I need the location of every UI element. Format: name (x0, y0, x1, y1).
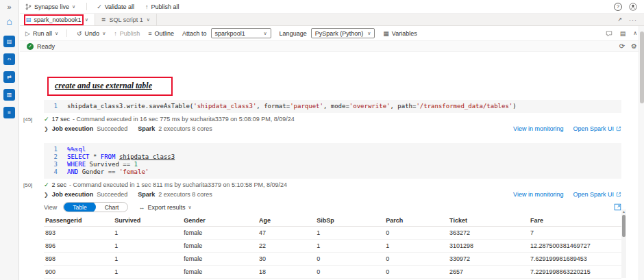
column-header[interactable]: SibSp (315, 215, 384, 227)
code-cell-1[interactable]: 1shipdata_class3.write.saveAsTable('ship… (44, 100, 621, 113)
open-spark-ui-link[interactable]: Open Spark UI (573, 191, 621, 198)
tab-spark-notebook1[interactable]: ▤ spark_notebook1 ∨ (20, 14, 95, 25)
table-cell: 0 (384, 253, 448, 266)
open-spark-ui-link[interactable]: Open Spark UI (573, 125, 621, 132)
expand-chevron-icon[interactable]: ❯ (44, 126, 49, 132)
help-icon[interactable]: ? (614, 3, 622, 11)
export-results-button[interactable]: ↔ Export results ∨ (138, 204, 191, 211)
markdown-cell-title[interactable]: create and use external table (55, 81, 152, 90)
manage-hub-icon[interactable]: ≡ (3, 107, 15, 118)
spark-detail: 2 executors 8 cores (158, 191, 212, 198)
left-nav-rail: » ⌂ ▤ ‹› ⇄ ▥ ≡ (0, 0, 19, 280)
run-all-button[interactable]: ▷ Run all ∨ (25, 30, 58, 37)
divider (86, 3, 87, 10)
column-header[interactable]: Age (258, 215, 315, 227)
view-in-monitoring-link[interactable]: View in monitoring (513, 125, 563, 132)
integrate-hub-icon[interactable]: ⇄ (3, 71, 15, 83)
column-header[interactable]: Parch (384, 215, 448, 227)
column-header[interactable]: Gender (182, 215, 258, 227)
session-refresh-icon[interactable]: ⟳ (619, 42, 625, 50)
spark-label: Spark (138, 125, 155, 132)
window-scrollbar-thumb[interactable] (640, 31, 644, 103)
export-icon: ↔ (138, 204, 145, 211)
publish-all-button[interactable]: ↑ Publish all (145, 3, 179, 10)
chevron-down-icon: ∨ (102, 31, 106, 36)
table-cell: 18 (258, 266, 315, 279)
table-cell: 3101298 (448, 240, 529, 253)
validate-all-button[interactable]: ✓ Validate all (97, 3, 134, 10)
chevron-down-icon: ∨ (72, 4, 75, 10)
attach-to-label: Attach to (182, 30, 207, 37)
publish-button[interactable]: ↑ Publish (114, 30, 140, 37)
session-settings-icon[interactable]: ⚙ (631, 42, 637, 50)
line-number: 1 (48, 103, 58, 110)
variables-button[interactable]: ▦ Variables (383, 30, 417, 37)
code-line[interactable]: 4AND Gender == 'female' (48, 168, 617, 176)
code-line[interactable]: 1shipdata_class3.write.saveAsTable('ship… (48, 103, 617, 110)
comments-icon[interactable] (606, 30, 612, 37)
code-token: , format= (256, 103, 290, 110)
column-header[interactable]: Ticket (448, 215, 529, 227)
data-hub-icon[interactable]: ▤ (3, 36, 15, 47)
expand-results-icon[interactable] (614, 203, 621, 211)
chevron-down-icon: ∨ (263, 31, 267, 36)
view-in-monitoring-link[interactable]: View in monitoring (513, 191, 563, 198)
chart-view-toggle[interactable]: Chart (96, 202, 128, 212)
column-header[interactable]: Passengerid (44, 215, 113, 227)
table-scrollbar-thumb[interactable] (622, 215, 626, 237)
code-token: FROM (101, 153, 116, 160)
scroll-up-arrow-icon[interactable]: ▲ (621, 209, 626, 214)
account-icon[interactable] (629, 3, 637, 11)
job-execution-label: Job execution (52, 125, 94, 132)
table-cell: 7.629199981689453 (529, 253, 621, 266)
attach-to-select[interactable]: sparkpool1 ∨ (211, 28, 271, 38)
code-token: Survived (86, 161, 123, 168)
monitor-hub-icon[interactable]: ▥ (3, 89, 15, 101)
code-line[interactable]: 2SELECT * FROM shipdata_class3 (48, 153, 617, 161)
table-scrollbar[interactable]: ▲ (621, 209, 626, 278)
variables-icon: ▦ (383, 30, 389, 37)
synapse-live-selector[interactable]: Synapse live ∨ (25, 3, 75, 10)
success-check-icon: ✓ (44, 181, 49, 188)
code-line[interactable]: 3WHERE Survived == 1 (48, 161, 617, 168)
collapse-toolbar-icon[interactable]: ∧ (633, 30, 637, 36)
outline-button[interactable]: ≡ Outline (148, 30, 174, 37)
code-token: 'parquet' (290, 103, 323, 110)
language-select[interactable]: PySpark (Python) ∨ (311, 28, 375, 38)
home-icon[interactable]: ⌂ (3, 15, 15, 27)
table-cell: 363272 (448, 227, 529, 240)
top-command-bar: Synapse live ∨ ✓ Validate all ↑ Publish … (20, 0, 644, 14)
window-scrollbar[interactable] (639, 26, 644, 280)
column-header[interactable]: Survived (113, 215, 182, 227)
table-view-toggle[interactable]: Table (64, 202, 95, 212)
column-header[interactable]: Fare (529, 215, 621, 227)
language-label: Language (280, 30, 307, 37)
develop-hub-icon[interactable]: ‹› (3, 53, 15, 65)
more-actions-icon[interactable]: ··· (629, 16, 637, 23)
line-number: 3 (48, 161, 58, 168)
tab-menu-chevron-icon[interactable]: ∨ (85, 17, 88, 23)
undo-button[interactable]: ↺ Undo ∨ (77, 30, 106, 37)
properties-icon[interactable]: ▤ (620, 30, 626, 37)
chevron-down-icon: ∨ (188, 205, 192, 210)
annotation-box-title: create and use external table (47, 77, 173, 96)
sql-script-icon: ≣ (101, 16, 106, 23)
status-message: - Command executed in 16 sec 775 ms by s… (73, 116, 295, 123)
table-row: 8931female47103632727 (44, 227, 621, 240)
main-area: Synapse live ∨ ✓ Validate all ↑ Publish … (20, 0, 644, 280)
code-cell-2[interactable]: 1%%sql2SELECT * FROM shipdata_class33WHE… (44, 143, 621, 179)
expand-sidebar-icon[interactable]: » (0, 0, 18, 15)
table-cell: female (182, 253, 258, 266)
tab-sql-script-1[interactable]: ≣ SQL script 1 ∨ (95, 14, 157, 25)
chevron-down-icon: ∨ (55, 31, 58, 36)
session-status-text: Ready (37, 43, 55, 50)
code-line[interactable]: 1%%sql (48, 146, 617, 153)
results-toolbar: View Table Chart ↔ Export results ∨ (44, 202, 621, 212)
expand-chevron-icon[interactable]: ❯ (44, 192, 49, 198)
job-execution-label: Job execution (52, 191, 94, 198)
expand-icon[interactable]: ↗ (617, 16, 622, 23)
code-token: 'shipdata_class3' (193, 103, 256, 110)
tab-menu-chevron-icon[interactable]: ∨ (147, 17, 150, 23)
undo-icon: ↺ (77, 30, 82, 37)
success-check-icon: ✓ (44, 116, 49, 123)
